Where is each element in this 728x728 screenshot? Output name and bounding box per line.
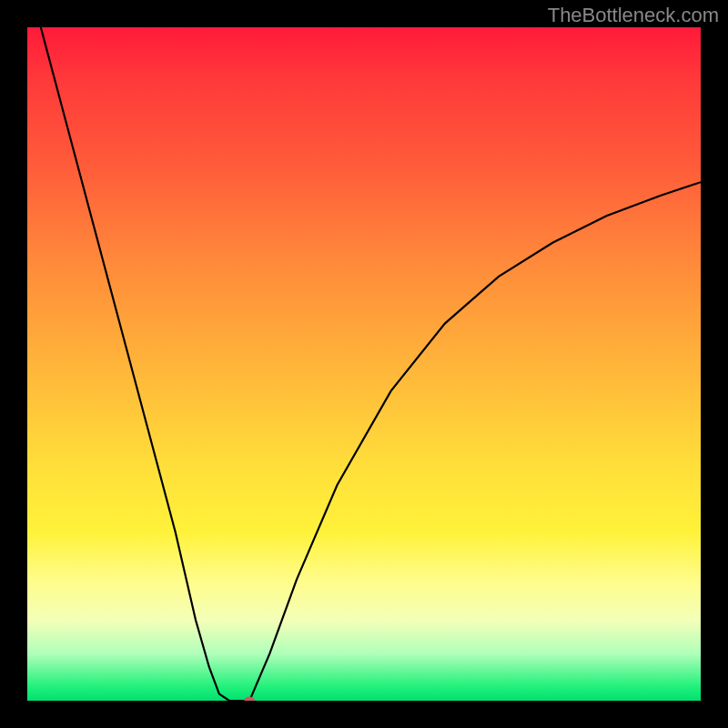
frame-bottom	[0, 701, 728, 728]
frame-left	[0, 0, 27, 728]
bottleneck-curve	[27, 27, 701, 701]
watermark-text: TheBottleneck.com	[548, 4, 719, 27]
chart-container: TheBottleneck.com	[0, 0, 728, 728]
frame-right	[701, 0, 728, 728]
svg-point-0	[244, 697, 255, 702]
